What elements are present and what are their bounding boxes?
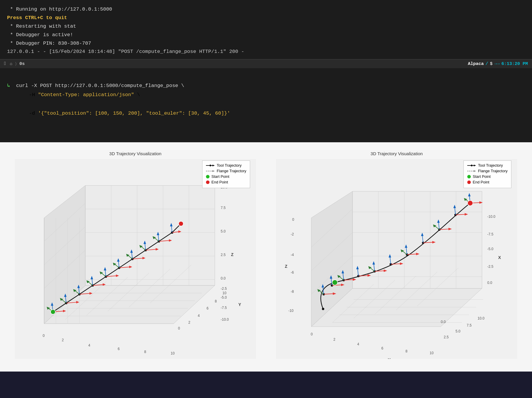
svg-text:0.0: 0.0: [441, 320, 446, 324]
right-chart-svg: 0 -2 -4 -6 -8 -10 Z -10.0 -7.5 -5.0 -2.5…: [276, 159, 517, 359]
time-display: 6:13:20 PM: [501, 61, 528, 66]
svg-text:-5.0: -5.0: [221, 295, 227, 300]
dollar-sign: $: [490, 61, 493, 66]
terminal-line-1: * Running on http://127.0.0.1:5000: [7, 5, 525, 14]
svg-text:-2.5: -2.5: [221, 287, 227, 291]
r-legend-tool-traj: Tool Trajectory: [467, 163, 508, 168]
svg-text:5.0: 5.0: [221, 229, 226, 233]
legend-end-label: End Point: [212, 180, 228, 184]
apple-icon: : [4, 61, 7, 66]
svg-marker-128: [474, 165, 476, 166]
legend-end: End Point: [206, 180, 246, 184]
left-end-point: [179, 221, 183, 226]
right-status: Alpaca / $ →→ 6:13:20 PM: [468, 61, 528, 66]
svg-text:7.5: 7.5: [467, 323, 472, 327]
home-icon: ⌂: [10, 61, 12, 66]
svg-text:2: 2: [188, 320, 190, 325]
svg-text:7.5: 7.5: [221, 206, 226, 210]
left-chart-container: 3D Trajectory Visualization Tool Traject…: [6, 151, 265, 363]
svg-text:-10.0: -10.0: [221, 317, 229, 322]
svg-point-2: [210, 165, 211, 166]
flange-traj-icon: [206, 170, 215, 173]
svg-text:-2.5: -2.5: [487, 265, 493, 269]
svg-text:-4: -4: [291, 253, 294, 257]
svg-text:2: 2: [333, 337, 335, 342]
r-end-dot-icon: [467, 180, 471, 184]
svg-text:8: 8: [144, 350, 146, 354]
status-bar:  ⌂ 〉 0s Alpaca / $ →→ 6:13:20 PM: [0, 59, 532, 68]
svg-text:0: 0: [292, 218, 294, 222]
left-chart-svg: 10.0 7.5 5.0 2.5 0.0 -2.5 -5.0 -7.5 -10.…: [15, 159, 256, 359]
svg-marker-8: [85, 185, 215, 285]
svg-text:0: 0: [43, 334, 45, 338]
end-dot-icon: [206, 180, 210, 184]
svg-marker-1: [212, 165, 215, 166]
svg-text:10: 10: [222, 291, 227, 295]
svg-text:8: 8: [215, 299, 217, 303]
svg-marker-4: [212, 170, 215, 172]
right-chart-legend: Tool Trajectory Flange Trajectory Start …: [463, 160, 511, 188]
svg-text:-10: -10: [288, 309, 294, 313]
terminal-line-6: 127.0.0.1 - - [15/Feb/2024 18:14:48] "PO…: [7, 48, 525, 56]
svg-text:-7.5: -7.5: [487, 232, 493, 236]
terminal-line-2: Press CTRL+C to quit: [7, 14, 525, 22]
svg-text:Z: Z: [285, 264, 287, 269]
svg-text:-5.0: -5.0: [487, 247, 493, 251]
svg-text:Y: Y: [388, 357, 391, 359]
left-start-point: [51, 310, 55, 314]
arrow-separator: →→: [494, 61, 500, 66]
svg-text:6: 6: [381, 346, 383, 350]
svg-marker-135: [353, 191, 482, 288]
r-legend-end: End Point: [467, 180, 508, 184]
svg-text:4: 4: [88, 343, 90, 347]
start-dot-icon: [206, 175, 210, 178]
r-legend-flange-traj: Flange Trajectory: [467, 169, 508, 173]
slash-separator: /: [486, 61, 488, 66]
curl-line2: -H "Content-Type: application/json" \: [7, 90, 525, 99]
r-legend-start: Start Point: [467, 174, 508, 179]
svg-text:2.5: 2.5: [444, 335, 449, 339]
curl-line1: curl -X POST http://127.0.0.1:5000/compu…: [10, 83, 184, 88]
svg-text:-2: -2: [291, 232, 294, 236]
right-chart-title: 3D Trajectory Visualization: [370, 151, 423, 156]
terminal-line-4: * Debugger is active!: [7, 31, 525, 39]
left-chart-legend: Tool Trajectory Flange Trajectory Start …: [202, 160, 250, 188]
svg-text:0: 0: [311, 332, 313, 336]
r-flange-traj-icon: [467, 170, 476, 173]
chevron-icon: 〉: [15, 62, 16, 66]
r-legend-end-label: End Point: [473, 180, 489, 184]
legend-tool-traj: Tool Trajectory: [206, 163, 246, 168]
svg-text:0: 0: [178, 326, 180, 330]
right-chart-container: 3D Trajectory Visualization Tool Traject…: [267, 151, 526, 363]
tool-traj-icon: [206, 164, 215, 167]
legend-flange-traj: Flange Trajectory: [206, 169, 246, 173]
terminal-line-3: * Restarting with stat: [7, 22, 525, 31]
r-legend-tool-label: Tool Trajectory: [478, 163, 503, 168]
legend-tool-label: Tool Trajectory: [217, 163, 242, 168]
terminal-line-5: * Debugger PIN: 830-308-707: [7, 39, 525, 48]
svg-text:4: 4: [357, 342, 359, 346]
prompt-arrow: ↳: [7, 83, 10, 88]
svg-point-167: [322, 308, 324, 310]
legend-flange-label: Flange Trajectory: [217, 169, 246, 173]
svg-text:0.0: 0.0: [221, 276, 226, 280]
right-end-point: [468, 200, 473, 206]
legend-start: Start Point: [206, 174, 246, 179]
charts-area: 3D Trajectory Visualization Tool Traject…: [0, 142, 532, 372]
svg-text:-6: -6: [291, 270, 294, 275]
svg-point-129: [471, 165, 473, 166]
svg-text:2.5: 2.5: [221, 253, 226, 257]
svg-text:5.0: 5.0: [455, 329, 460, 333]
r-legend-flange-label: Flange Trajectory: [478, 169, 508, 173]
svg-text:X: X: [132, 358, 135, 359]
right-chart-inner: Tool Trajectory Flange Trajectory Start …: [276, 159, 517, 359]
svg-text:6: 6: [118, 347, 120, 351]
terminal-output: * Running on http://127.0.0.1:5000 Press…: [0, 0, 532, 59]
r-legend-start-label: Start Point: [473, 174, 491, 179]
left-chart-title: 3D Trajectory Visualization: [109, 151, 161, 156]
alpaca-label: Alpaca: [468, 61, 484, 66]
svg-text:4: 4: [198, 314, 200, 318]
svg-text:-10.0: -10.0: [487, 215, 496, 219]
svg-text:0.0: 0.0: [487, 281, 492, 285]
svg-text:X: X: [498, 255, 501, 260]
